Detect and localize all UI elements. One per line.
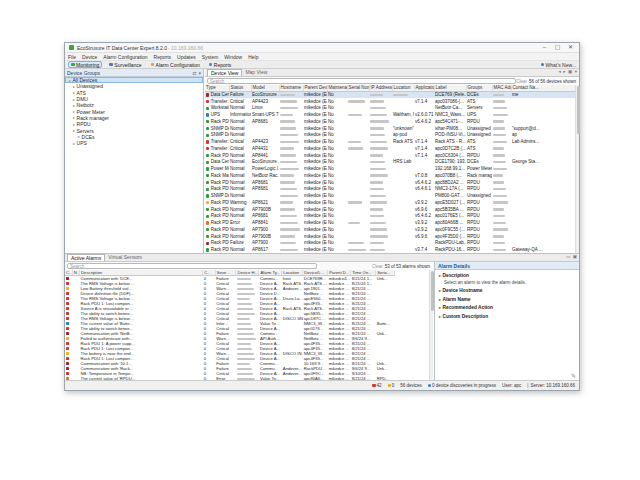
column-header-c[interactable]: C... bbox=[65, 270, 72, 276]
expander-icon[interactable]: ▸ bbox=[78, 134, 80, 139]
device-row[interactable]: Data CenterNormalEcoStruxure ...mikedce … bbox=[205, 159, 576, 166]
expander-icon[interactable]: ▸ bbox=[69, 78, 71, 83]
device-search-input[interactable] bbox=[207, 78, 516, 84]
cell-model bbox=[251, 125, 279, 132]
device-row[interactable]: SNMP Devi...Normalmikedce (Ec...No"unkno… bbox=[205, 125, 576, 132]
expander-icon[interactable]: ▸ bbox=[73, 97, 75, 102]
device-row[interactable]: Rack PDUNormalAP7900mikedce (Ec...Nov3.9… bbox=[205, 226, 576, 233]
tab-surveillance[interactable]: Surveillance bbox=[107, 61, 143, 68]
device-row[interactable]: Rack PDUNormalAP8441mikedce (Ec...Nov7.1… bbox=[205, 152, 576, 159]
column-header-device-l[interactable]: Device/L... bbox=[303, 270, 328, 276]
device-table-scrollbar[interactable] bbox=[575, 85, 579, 253]
device-row[interactable]: Rack PDUNormalAP7900Bmikedce (Ec...Nov6.… bbox=[205, 206, 576, 213]
expander-icon[interactable]: ▸ bbox=[73, 84, 75, 89]
device-row[interactable]: Transfer Swi...CriticalAP4431mikedce (Ec… bbox=[205, 145, 576, 152]
cell-location bbox=[392, 118, 414, 125]
redacted-value bbox=[237, 308, 253, 311]
minimize-icon[interactable]: – bbox=[538, 43, 551, 52]
cell-serial-number bbox=[347, 118, 369, 125]
menu-window[interactable]: Window bbox=[224, 54, 242, 60]
menu-file[interactable]: File bbox=[68, 54, 76, 60]
cell-status: Normal bbox=[229, 226, 251, 233]
tab-virtual-sensors[interactable]: Virtual Sensors bbox=[105, 254, 145, 261]
column-header-maintenanc[interactable]: Maintenanc... bbox=[327, 85, 347, 91]
device-row[interactable]: SNMP Devi...Normalmikedce (Ec...NoPM800-… bbox=[205, 192, 576, 199]
alarm-table-scrollbar[interactable] bbox=[429, 270, 433, 382]
device-row[interactable]: Rack PDUNormalAP8681mikedce (Ec...Nov6.4… bbox=[205, 213, 576, 220]
column-header-application[interactable]: Application bbox=[414, 85, 434, 91]
device-row[interactable]: Data CenterFailureEcoStruxure ...mikedce… bbox=[205, 91, 576, 98]
view-menu-icon[interactable]: ▾ bbox=[575, 68, 577, 76]
expander-icon[interactable]: ▸ bbox=[73, 109, 75, 114]
column-header-alarm-ty[interactable]: Alarm Ty... bbox=[259, 270, 282, 276]
back-icon[interactable]: ◂ bbox=[558, 68, 560, 76]
tab-active-alarms[interactable]: Active Alarms bbox=[67, 254, 105, 261]
device-row[interactable]: Transfer Swi...CriticalAP4423mikedce (Ec… bbox=[205, 138, 576, 145]
alarm-table: C...N...DescriptionC...Seve...Device H..… bbox=[65, 270, 395, 386]
menu-reports[interactable]: Reports bbox=[154, 54, 172, 60]
device-row[interactable]: Rack PDUNormalAP8681mikedce (Ec...Nov6.4… bbox=[205, 186, 576, 193]
device-row[interactable]: Rack PDUWarningAP8621mikedce (Ec...Nov3.… bbox=[205, 199, 576, 206]
maximize-icon[interactable]: ▢ bbox=[551, 43, 564, 52]
detail-section-note: Select an alarm to view the alarm detail… bbox=[444, 280, 575, 285]
column-header-hostname[interactable]: Hostname bbox=[279, 85, 303, 91]
column-header-n[interactable]: N... bbox=[72, 270, 79, 276]
minimize-pane-icon[interactable]: ▭ bbox=[566, 253, 570, 261]
maximize-pane-icon[interactable]: ▣ bbox=[573, 253, 577, 261]
column-header-parent-device[interactable]: Parent Device bbox=[303, 85, 327, 91]
menu-alarm-configuration[interactable]: Alarm Configuration bbox=[103, 54, 147, 60]
pin-icon[interactable]: ▣ bbox=[568, 68, 572, 76]
device-row[interactable]: Rack PDUNormalAP8617mikedce (E...Nov3.7.… bbox=[205, 246, 576, 253]
device-scrollbar-thumb[interactable] bbox=[577, 86, 580, 134]
expander-icon[interactable]: ▸ bbox=[73, 103, 75, 108]
expander-icon[interactable]: ▸ bbox=[73, 90, 75, 95]
close-icon[interactable]: ✕ bbox=[564, 43, 577, 52]
cell-serial-number bbox=[347, 186, 369, 193]
tab-monitoring[interactable]: Monitoring bbox=[68, 61, 102, 68]
device-row[interactable]: Rack PDUNormalAP8681mikedce (Ec...Nov6.4… bbox=[205, 118, 576, 125]
cell-hostname bbox=[279, 213, 303, 220]
whats-new-button[interactable]: What's New... bbox=[541, 62, 576, 68]
device-row[interactable]: Rack PDUNormalAP8681mikedce (Ec...Nov6.4… bbox=[205, 179, 576, 186]
view-menu-icon[interactable]: ▾ bbox=[198, 69, 201, 77]
device-row[interactable]: Rack Manag...NormalNetBotz Rac...mikedce… bbox=[205, 172, 576, 179]
redacted-value bbox=[237, 338, 256, 341]
column-header-parent-d[interactable]: Parent D... bbox=[328, 270, 351, 276]
sidebar-item-ups[interactable]: ▸UPS bbox=[65, 140, 203, 146]
alarm-search-input[interactable] bbox=[67, 263, 317, 269]
tab-reports[interactable]: Reports bbox=[207, 61, 234, 68]
device-row[interactable]: Rack PDUNormalAP7900Bmikedce (Ec...Nov6.… bbox=[205, 233, 576, 240]
expander-icon[interactable]: ▸ bbox=[73, 128, 75, 133]
tree-item-label: Servers bbox=[77, 128, 94, 134]
edit-icon[interactable]: ✎ bbox=[571, 372, 576, 379]
column-header-serial-number[interactable]: Serial Number bbox=[347, 85, 369, 91]
cell-type: Rack PDU bbox=[205, 233, 229, 240]
expander-icon[interactable]: ▸ bbox=[73, 141, 75, 146]
device-row[interactable]: Rack PDUErrorAP8841mikedce (Ec...Nov3.9.… bbox=[205, 219, 576, 226]
device-row[interactable]: Power Mete...NormalPowerLogic I...mikedc… bbox=[205, 165, 576, 172]
menu-help[interactable]: Help bbox=[248, 54, 258, 60]
cell-location bbox=[392, 186, 414, 193]
column-header-mac-address[interactable]: MAC Address bbox=[492, 85, 511, 91]
alarm-clear-link[interactable]: Clear bbox=[372, 264, 383, 269]
collapse-all-icon[interactable]: ⇄ bbox=[192, 69, 196, 77]
device-row[interactable]: Rack PDUFailureAP7900mikedce (Ec...NoRac… bbox=[205, 240, 576, 247]
tab-device-view[interactable]: Device View bbox=[207, 69, 242, 76]
column-header-ip-address[interactable]: IP Address bbox=[369, 85, 392, 91]
expander-icon[interactable]: ▸ bbox=[73, 115, 75, 120]
forward-icon[interactable]: ▸ bbox=[563, 68, 565, 76]
expander-icon[interactable]: ▸ bbox=[73, 122, 75, 127]
cell-label: sihar-PM08... bbox=[434, 125, 466, 132]
device-clear-link[interactable]: Clear bbox=[516, 79, 527, 84]
menu-device[interactable]: Device bbox=[82, 54, 97, 60]
device-row[interactable]: Transfer Swi...CriticalAP4423mikedce (Ec… bbox=[205, 98, 576, 105]
menu-system[interactable]: System bbox=[202, 54, 219, 60]
menu-updates[interactable]: Updates bbox=[177, 54, 196, 60]
tab-alarm-configuration[interactable]: Alarm Configuration bbox=[149, 61, 202, 68]
column-header-device-h[interactable]: Device H... bbox=[236, 270, 259, 276]
device-row[interactable]: SNMP Devi...Normalmikedce (Ec...Noap-pod… bbox=[205, 132, 576, 139]
cell-hostname bbox=[279, 246, 303, 253]
device-row[interactable]: WorkstationNormalLinuxmikedce (Ec...NoNe… bbox=[205, 105, 576, 112]
device-row[interactable]: UPSInformationalSmart-UPS 7...mikedce (E… bbox=[205, 111, 576, 118]
tab-map-view[interactable]: Map View bbox=[242, 69, 270, 76]
